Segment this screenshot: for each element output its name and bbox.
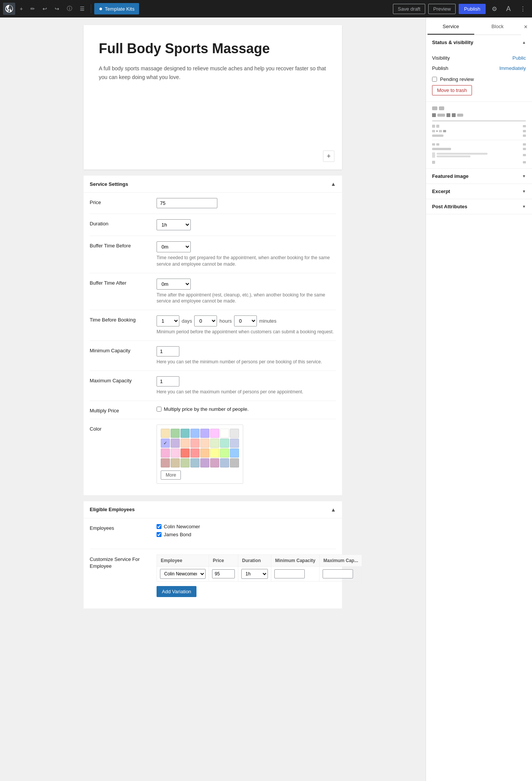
sidebar-close-button[interactable]: ×	[521, 21, 530, 33]
row1-max-capacity-input[interactable]	[323, 569, 353, 578]
min-capacity-input[interactable]	[157, 346, 179, 356]
multiply-price-checkbox-row[interactable]: Multiply price by the number of people.	[157, 406, 336, 412]
info-button[interactable]: ⓘ	[64, 3, 75, 14]
edit-button[interactable]: ✏	[27, 3, 38, 14]
color-swatch-9[interactable]	[171, 439, 180, 448]
publish-value[interactable]: Immediately	[499, 65, 526, 71]
color-swatch-26[interactable]	[180, 458, 190, 467]
duration-select[interactable]: 1h	[157, 219, 191, 230]
visibility-label: Visibility	[432, 55, 450, 61]
color-swatch-11[interactable]	[190, 439, 200, 448]
color-swatch-20[interactable]	[200, 448, 209, 458]
plus-icon: +	[20, 6, 23, 12]
list-view-button[interactable]: ☰	[77, 3, 88, 14]
color-swatch-17[interactable]	[171, 448, 180, 458]
thumb-right-dot5	[523, 148, 526, 150]
post-attributes-label: Post Attributes	[432, 204, 467, 209]
time-before-booking-label: Time Before Booking	[90, 315, 150, 323]
time-before-days-select[interactable]: 1	[157, 315, 179, 326]
tab-block[interactable]: Block	[474, 19, 521, 35]
add-variation-button[interactable]: Add Variation	[157, 586, 196, 597]
multiply-price-checkbox[interactable]	[157, 407, 162, 412]
color-swatch-15[interactable]	[230, 439, 239, 448]
excerpt-section: Excerpt ▼	[426, 184, 532, 199]
color-swatch-28[interactable]	[200, 458, 209, 467]
color-swatch-8[interactable]: ✓	[161, 439, 170, 448]
color-swatch-7[interactable]	[230, 429, 239, 438]
buffer-after-select[interactable]: 0m	[157, 279, 191, 290]
tab-service[interactable]: Service	[428, 19, 474, 35]
color-swatch-14[interactable]	[220, 439, 229, 448]
color-swatch-19[interactable]	[190, 448, 200, 458]
employee2-checkbox-item[interactable]: James Bond	[157, 532, 336, 537]
preview-button[interactable]: Preview	[428, 4, 456, 14]
duration-content: 1h	[157, 219, 336, 230]
topbar: + ✏ ↩ ↪ ⓘ ☰ ● Template Kits Save draft P…	[0, 0, 532, 17]
excerpt-header[interactable]: Excerpt ▼	[432, 189, 526, 194]
main-layout: Full Body Sports Massage A full body spo…	[0, 17, 532, 781]
color-swatch-25[interactable]	[171, 458, 180, 467]
row1-price-input[interactable]	[212, 569, 235, 578]
color-swatch-23[interactable]	[230, 448, 239, 458]
thumb-block-2	[437, 114, 445, 117]
redo-button[interactable]: ↪	[52, 3, 62, 14]
employee1-checkbox-item[interactable]: Colin Newcomer	[157, 524, 336, 529]
color-swatch-21[interactable]	[210, 448, 219, 458]
time-before-minutes-select[interactable]: 0	[234, 315, 257, 326]
row1-min-capacity-input[interactable]	[274, 569, 305, 578]
account-button[interactable]: A	[503, 3, 514, 15]
status-visibility-header[interactable]: Status & visibility ▲	[426, 35, 532, 50]
color-swatch-13[interactable]	[210, 439, 219, 448]
wp-logo[interactable]	[3, 3, 15, 15]
color-swatch-31[interactable]	[230, 458, 239, 467]
thumb-dot3	[439, 130, 442, 132]
color-swatch-29[interactable]	[210, 458, 219, 467]
thumb-item	[439, 106, 444, 110]
color-swatch-1[interactable]	[171, 429, 180, 438]
row1-duration-select[interactable]: 1h	[241, 569, 268, 579]
color-swatch-0[interactable]	[161, 429, 170, 438]
move-to-trash-button[interactable]: Move to trash	[432, 85, 472, 95]
featured-image-header[interactable]: Featured image ▼	[432, 173, 526, 179]
color-swatch-4[interactable]	[200, 429, 209, 438]
multiply-price-checkbox-label: Multiply price by the number of people.	[164, 406, 249, 412]
price-input[interactable]	[157, 198, 217, 208]
color-swatch-24[interactable]	[161, 458, 170, 467]
post-attributes-header[interactable]: Post Attributes ▼	[432, 204, 526, 209]
color-swatch-16[interactable]	[161, 448, 170, 458]
settings-button[interactable]: ⚙	[489, 3, 500, 15]
undo-button[interactable]: ↩	[40, 3, 50, 14]
add-block-inline-button[interactable]: +	[323, 150, 334, 162]
pending-review-checkbox[interactable]	[432, 77, 437, 82]
pending-review-row[interactable]: Pending review	[432, 76, 526, 82]
color-swatch-30[interactable]	[220, 458, 229, 467]
max-capacity-input[interactable]	[157, 376, 179, 387]
row1-employee-select[interactable]: Colin Newcomer	[160, 569, 206, 579]
visibility-value[interactable]: Public	[513, 55, 526, 61]
color-swatch-6[interactable]	[220, 429, 229, 438]
color-swatch-18[interactable]	[180, 448, 190, 458]
color-swatch-2[interactable]	[180, 429, 190, 438]
color-swatch-3[interactable]	[190, 429, 200, 438]
buffer-before-select[interactable]: 0m	[157, 241, 191, 252]
color-swatch-12[interactable]	[200, 439, 209, 448]
row1-price-cell	[209, 566, 238, 581]
color-swatch-27[interactable]	[190, 458, 200, 467]
post-excerpt[interactable]: A full body sports massage designed to r…	[99, 64, 327, 81]
employee1-checkbox[interactable]	[157, 524, 162, 529]
post-title[interactable]: Full Body Sports Massage	[99, 40, 327, 57]
employee2-checkbox[interactable]	[157, 532, 162, 537]
color-more-button[interactable]: More	[161, 471, 181, 480]
template-kits-button[interactable]: ● Template Kits	[94, 3, 139, 14]
color-swatch-5[interactable]	[210, 429, 219, 438]
eligible-employees-header[interactable]: Eligible Employees ▲	[84, 501, 342, 518]
color-swatch-22[interactable]	[220, 448, 229, 458]
time-before-hours-select[interactable]: 0	[194, 315, 217, 326]
more-tools-button[interactable]: ⋮	[517, 3, 529, 15]
service-settings-header[interactable]: Service Settings ▲	[84, 176, 342, 193]
color-swatch-10[interactable]	[180, 439, 190, 448]
add-block-button[interactable]: +	[17, 3, 26, 14]
save-draft-button[interactable]: Save draft	[393, 4, 425, 14]
publish-button[interactable]: Publish	[459, 4, 486, 14]
max-capacity-label: Maximum Capacity	[90, 376, 150, 383]
